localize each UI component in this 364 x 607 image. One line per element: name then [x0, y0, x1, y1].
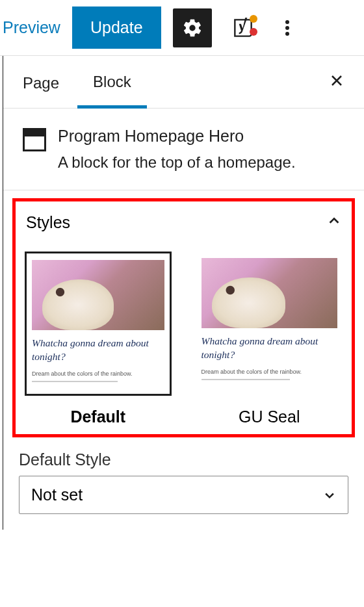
style-caption-title: Whatcha gonna dream about tonight?: [202, 335, 338, 362]
tab-page[interactable]: Page: [16, 57, 77, 107]
chevron-up-icon: [327, 214, 341, 228]
close-icon: [329, 73, 344, 88]
style-thumbnail: [32, 260, 164, 330]
caption-divider: [32, 381, 118, 382]
default-style-value: Not set: [31, 485, 83, 504]
style-label: Default: [25, 407, 172, 426]
yoast-button[interactable]: [224, 8, 263, 47]
close-panel-button[interactable]: [322, 58, 351, 106]
style-caption-title: Whatcha gonna dream about tonight?: [32, 337, 164, 364]
settings-button[interactable]: [173, 8, 212, 47]
status-dot-orange: [250, 15, 257, 23]
styles-toggle[interactable]: [327, 214, 341, 232]
style-thumbnail: [202, 258, 338, 328]
block-type-icon: [23, 128, 46, 151]
default-style-select[interactable]: Not set: [19, 476, 348, 514]
gear-icon: [182, 18, 203, 38]
style-preview: Whatcha gonna dream about tonight? Dream…: [196, 252, 343, 396]
style-caption-sub: Dream about the colors of the rainbow.: [32, 370, 164, 377]
caption-divider: [202, 379, 290, 380]
style-label: GU Seal: [196, 407, 343, 426]
default-style-label: Default Style: [19, 450, 348, 469]
styles-heading: Styles: [26, 213, 70, 232]
style-option-default[interactable]: Whatcha gonna dream about tonight? Dream…: [25, 252, 172, 426]
update-button[interactable]: Update: [72, 6, 161, 49]
block-description: A block for the top of a homepage.: [58, 153, 296, 172]
more-options-button[interactable]: [274, 8, 300, 47]
status-dot-red: [250, 28, 257, 36]
tab-block[interactable]: Block: [77, 56, 147, 109]
preview-link[interactable]: Preview: [0, 18, 60, 37]
style-caption-sub: Dream about the colors of the rainbow.: [202, 368, 338, 375]
styles-panel-highlight: Styles Whatcha gonna dream about tonight…: [12, 198, 355, 437]
style-preview: Whatcha gonna dream about tonight? Dream…: [25, 252, 172, 396]
block-title: Program Homepage Hero: [58, 127, 296, 146]
kebab-icon: [285, 18, 289, 38]
style-option-gu-seal[interactable]: Whatcha gonna dream about tonight? Dream…: [196, 252, 343, 426]
chevron-down-icon: [323, 489, 336, 502]
